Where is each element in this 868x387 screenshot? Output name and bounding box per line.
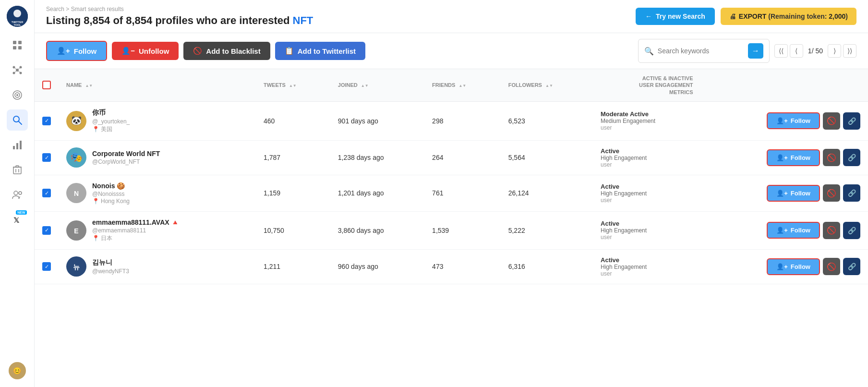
row-follow-label: Follow xyxy=(791,263,810,270)
joined-cell: 3,860 days ago xyxy=(330,211,424,249)
page-header: Search > Smart search results Listing 8,… xyxy=(35,0,868,33)
row-link-button[interactable]: 🔗 xyxy=(843,258,860,275)
row-follow-button[interactable]: 👤+ Follow xyxy=(767,112,820,129)
row-checkbox-cell[interactable]: ✓ xyxy=(35,140,59,175)
row-actions: 👤+ Follow 🚫 🔗 xyxy=(709,184,861,202)
svg-point-20 xyxy=(13,116,19,122)
row-checkbox-cell[interactable]: ✓ xyxy=(35,249,59,284)
sidebar-item-search[interactable] xyxy=(7,109,28,131)
row-follow-button[interactable]: 👤+ Follow xyxy=(767,185,820,202)
user-handle: @wendyNFT3 xyxy=(92,268,129,275)
row-link-button[interactable]: 🔗 xyxy=(843,149,860,166)
svg-text:TOOL: TOOL xyxy=(13,24,21,26)
search-go-button[interactable]: → xyxy=(748,43,763,59)
engagement-status: Active xyxy=(601,220,693,227)
user-avatar: 뉴 xyxy=(66,256,86,277)
tweets-column-header[interactable]: TWEETS ▲▼ xyxy=(256,69,330,101)
row-link-button[interactable]: 🔗 xyxy=(843,222,860,239)
engagement-cell: Active High Engagement user xyxy=(593,211,700,249)
results-table: NAME ▲▼ TWEETS ▲▼ JOINED ▲▼ FRIENDS ▲▼ xyxy=(35,69,868,284)
row-block-button[interactable]: 🚫 xyxy=(823,222,840,239)
arrow-left-icon: ← xyxy=(645,12,652,20)
page-prev-button[interactable]: ⟨ xyxy=(790,44,803,58)
row-checkbox[interactable]: ✓ xyxy=(42,262,51,271)
svg-text:🎭: 🎭 xyxy=(71,151,83,163)
friends-cell: 1,539 xyxy=(424,211,501,249)
row-actions: 👤+ Follow 🚫 🔗 xyxy=(709,222,861,239)
user-handle: @CorpWorld_NFT xyxy=(92,158,160,165)
user-handle: @Nonoissss xyxy=(92,191,130,197)
actions-cell: 👤+ Follow 🚫 🔗 xyxy=(701,249,868,284)
svg-rect-22 xyxy=(13,146,15,149)
sidebar-item-profile[interactable]: 😊 xyxy=(7,360,28,381)
sidebar-item-twitter[interactable]: 𝕏 NEW xyxy=(7,209,28,230)
svg-text:뉴: 뉴 xyxy=(73,263,80,271)
row-block-button[interactable]: 🚫 xyxy=(823,184,840,202)
svg-line-16 xyxy=(17,70,21,73)
export-button[interactable]: 🖨 EXPORT (Remaining token: 2,000) xyxy=(721,8,856,25)
row-checkbox-cell[interactable]: ✓ xyxy=(35,211,59,249)
sidebar-item-network[interactable] xyxy=(7,60,28,81)
row-checkbox[interactable]: ✓ xyxy=(42,117,51,125)
user-display-name: 김뉴니 xyxy=(92,258,129,267)
row-follow-button[interactable]: 👤+ Follow xyxy=(767,258,820,275)
svg-line-13 xyxy=(14,67,17,70)
sidebar-item-users[interactable] xyxy=(7,184,28,206)
row-checkbox[interactable]: ✓ xyxy=(42,226,51,235)
unfollow-label: Unfollow xyxy=(139,47,169,55)
friends-sort-icon: ▲▼ xyxy=(458,84,466,88)
try-new-search-button[interactable]: ← Try new Search xyxy=(636,8,715,25)
page-last-button[interactable]: ⟩⟩ xyxy=(843,44,856,58)
twitterlist-button[interactable]: 📋 Add to Twitterlist xyxy=(275,42,365,60)
page-next-button[interactable]: ⟩ xyxy=(828,44,841,58)
engagement-type: High Engagement xyxy=(601,264,693,270)
sidebar-item-target[interactable] xyxy=(7,85,28,106)
follow-plus-icon: 👤+ xyxy=(776,190,788,197)
row-follow-label: Follow xyxy=(791,190,810,197)
row-follow-button[interactable]: 👤+ Follow xyxy=(767,222,820,239)
follow-all-button[interactable]: 👤+ Follow xyxy=(46,41,107,61)
block-icon: 🚫 xyxy=(827,153,836,162)
sidebar-item-dashboard[interactable] xyxy=(7,35,28,56)
sidebar-item-analytics[interactable] xyxy=(7,134,28,156)
followers-sort-icon: ▲▼ xyxy=(545,84,553,88)
row-checkbox-cell[interactable]: ✓ xyxy=(35,175,59,211)
unfollow-button[interactable]: 👤− Unfollow xyxy=(112,42,179,60)
name-cell: 뉴 김뉴니 @wendyNFT3 xyxy=(59,249,256,284)
blacklist-button[interactable]: 🚫 Add to Blacklist xyxy=(183,42,270,60)
svg-point-1 xyxy=(13,10,21,17)
followers-column-header[interactable]: FOLLOWERS ▲▼ xyxy=(501,69,593,101)
name-column-header[interactable]: NAME ▲▼ xyxy=(59,69,256,101)
export-label: EXPORT (Remaining token: 2,000) xyxy=(739,12,848,20)
row-follow-button[interactable]: 👤+ Follow xyxy=(767,149,820,166)
joined-column-header[interactable]: JOINED ▲▼ xyxy=(330,69,424,101)
friends-cell: 264 xyxy=(424,140,501,175)
row-actions: 👤+ Follow 🚫 🔗 xyxy=(709,112,861,130)
twitterlist-label: Add to Twitterlist xyxy=(298,47,356,55)
tweets-col-label: TWEETS xyxy=(264,82,286,88)
svg-rect-27 xyxy=(16,166,19,167)
sidebar-item-delete[interactable] xyxy=(7,159,28,181)
engagement-type: Medium Engagement xyxy=(601,118,693,124)
row-block-button[interactable]: 🚫 xyxy=(823,258,840,275)
followers-cell: 5,564 xyxy=(501,140,593,175)
row-link-button[interactable]: 🔗 xyxy=(843,112,860,130)
row-link-button[interactable]: 🔗 xyxy=(843,184,860,202)
avatar: 😊 xyxy=(9,362,26,379)
app-logo[interactable]: TWITTER TOOL xyxy=(7,6,28,27)
engagement-label: user xyxy=(601,161,693,168)
friends-cell: 761 xyxy=(424,175,501,211)
block-icon: 🚫 xyxy=(827,226,836,235)
svg-text:N: N xyxy=(74,190,79,197)
try-new-search-label: Try new Search xyxy=(656,12,705,20)
row-block-button[interactable]: 🚫 xyxy=(823,112,840,130)
select-all-header[interactable] xyxy=(35,69,59,101)
follow-all-label: Follow xyxy=(74,47,97,55)
search-input[interactable] xyxy=(658,47,744,55)
row-block-button[interactable]: 🚫 xyxy=(823,149,840,166)
row-checkbox[interactable]: ✓ xyxy=(42,153,51,162)
row-checkbox-cell[interactable]: ✓ xyxy=(35,101,59,140)
row-checkbox[interactable]: ✓ xyxy=(42,189,51,197)
page-first-button[interactable]: ⟨⟨ xyxy=(774,44,788,58)
friends-column-header[interactable]: FRIENDS ▲▼ xyxy=(424,69,501,101)
